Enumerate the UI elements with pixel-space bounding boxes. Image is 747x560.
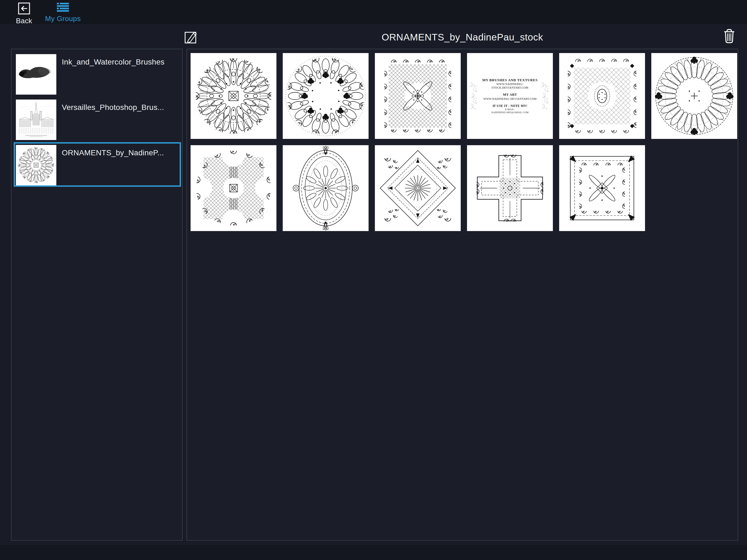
info-card-line: E-MAIL: xyxy=(505,108,515,111)
brush-tile-dense-scroll-square-ornament[interactable] xyxy=(375,53,461,139)
brush-tile-flower-frame-ornament[interactable] xyxy=(559,145,645,231)
brush-tile-brush-pack-info-card[interactable]: MY BRUSHES AND TEXTURESWWW.NADINEPAU-STO… xyxy=(467,53,553,139)
my-groups-label: My Groups xyxy=(45,15,81,22)
info-card-line: MY ART xyxy=(503,93,517,97)
info-card-text: MY BRUSHES AND TEXTURESWWW.NADINEPAU-STO… xyxy=(482,80,538,112)
brush-tile-round-mandala-ornament[interactable] xyxy=(190,53,277,139)
info-card-band: MY BRUSHES AND TEXTURESWWW.NADINEPAU-STO… xyxy=(467,80,553,112)
info-card-line: IF USE IT - NOTE MY! xyxy=(492,104,527,108)
sidebar-group-item-2[interactable]: Versailles_Photoshop_Brus... xyxy=(11,100,182,141)
brush-tile-greek-cross-ornament[interactable] xyxy=(467,145,553,231)
back-arrow-icon xyxy=(18,2,30,16)
info-card-line: WWW.NADINEPAU-STOCK.DEVIANTART.COM xyxy=(482,82,538,90)
group-label: ORNAMENTS_by_NadineP... xyxy=(62,149,164,157)
brush-tile-diamond-burst-ornament[interactable] xyxy=(375,145,461,231)
floral-strip-right xyxy=(538,80,553,112)
back-button[interactable]: Back xyxy=(11,2,37,24)
app-root: Back My Groups ORNAMENTS_by_NadinePau_s xyxy=(0,0,747,560)
group-thumbnail-engraving xyxy=(16,100,56,140)
groups-sidebar-panel: Ink_and_Watercolor_BrushesVersailles_Pho… xyxy=(11,49,183,541)
info-card-line: WWW.NADINEPAU.DEVIANTART.COM xyxy=(483,97,537,101)
brush-tile-oval-wreath-ornament[interactable] xyxy=(283,145,368,231)
topbar: Back My Groups xyxy=(0,0,747,24)
group-thumbnail-mandala xyxy=(16,145,56,185)
brush-tile-feather-medallion-ornament[interactable] xyxy=(651,53,737,139)
floral-strip-left xyxy=(467,80,482,112)
group-label: Versailles_Photoshop_Brus... xyxy=(62,103,164,112)
sidebar-group-item-1[interactable]: Ink_and_Watercolor_Brushes xyxy=(11,54,182,95)
group-thumbnail-ink xyxy=(16,54,56,95)
delete-group-button[interactable] xyxy=(721,27,738,46)
brushes-grid-panel: MY BRUSHES AND TEXTURESWWW.NADINEPAU-STO… xyxy=(186,49,738,541)
my-groups-button[interactable]: My Groups xyxy=(42,2,84,22)
trash-icon xyxy=(722,28,736,45)
info-card-line: NADINEPAUART@GMAIL.COM xyxy=(491,111,529,114)
brush-tile-dense-scroll-cross-ornament[interactable] xyxy=(190,145,277,231)
back-label: Back xyxy=(16,17,32,24)
group-label: Ink_and_Watercolor_Brushes xyxy=(62,58,164,67)
info-card-line: MY BRUSHES AND TEXTURES xyxy=(482,78,538,82)
page-title: ORNAMENTS_by_NadinePau_stock xyxy=(186,32,738,43)
brush-tile-scroll-frame-oval-ornament[interactable] xyxy=(559,53,645,139)
list-groups-icon xyxy=(57,2,69,14)
sidebar-group-item-3[interactable]: ORNAMENTS_by_NadineP... xyxy=(11,145,182,186)
brush-tile-floral-wreath-ornament[interactable] xyxy=(283,53,368,139)
